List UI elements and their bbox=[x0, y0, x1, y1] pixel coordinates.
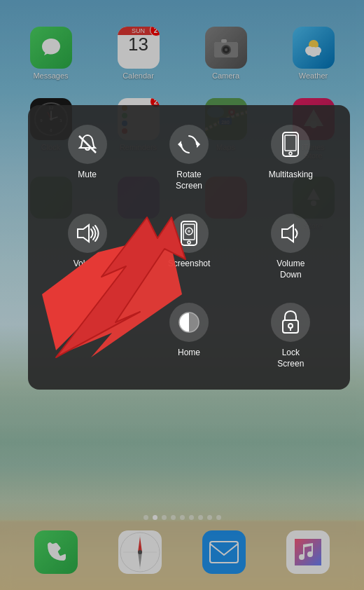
lock-icon-container bbox=[271, 303, 310, 342]
mute-bell-icon bbox=[76, 133, 99, 156]
asst-volume-down[interactable]: VolumeDown bbox=[243, 205, 339, 289]
svg-rect-44 bbox=[283, 320, 298, 333]
volume-down-label: VolumeDown bbox=[276, 259, 304, 280]
volume-down-icon-container bbox=[271, 214, 310, 253]
asst-rotate-screen[interactable]: RotateScreen bbox=[141, 116, 237, 200]
volume-down-icon bbox=[279, 222, 302, 245]
red-arrow-overlay bbox=[35, 210, 196, 364]
svg-point-45 bbox=[288, 324, 293, 328]
asst-mute[interactable]: Mute bbox=[39, 116, 135, 200]
svg-marker-41 bbox=[282, 225, 293, 242]
mute-icon-container bbox=[68, 125, 107, 164]
svg-point-34 bbox=[289, 152, 292, 155]
rotate-icon-container bbox=[169, 125, 209, 164]
svg-marker-30 bbox=[197, 141, 200, 148]
lock-screen-label: LockScreen bbox=[277, 348, 304, 369]
multitasking-icon-container bbox=[271, 125, 310, 164]
svg-marker-49 bbox=[56, 217, 186, 357]
asst-multitasking[interactable]: Multitasking bbox=[243, 116, 339, 200]
svg-rect-33 bbox=[285, 135, 296, 151]
rotate-screen-label: RotateScreen bbox=[176, 170, 202, 191]
multitasking-icon bbox=[280, 132, 301, 157]
svg-marker-31 bbox=[178, 141, 181, 148]
multitasking-label: Multitasking bbox=[269, 170, 313, 181]
asst-lock-screen[interactable]: LockScreen bbox=[243, 294, 339, 378]
mute-label: Mute bbox=[78, 170, 97, 181]
rotate-screen-icon bbox=[177, 132, 201, 156]
lock-screen-icon bbox=[281, 310, 300, 335]
